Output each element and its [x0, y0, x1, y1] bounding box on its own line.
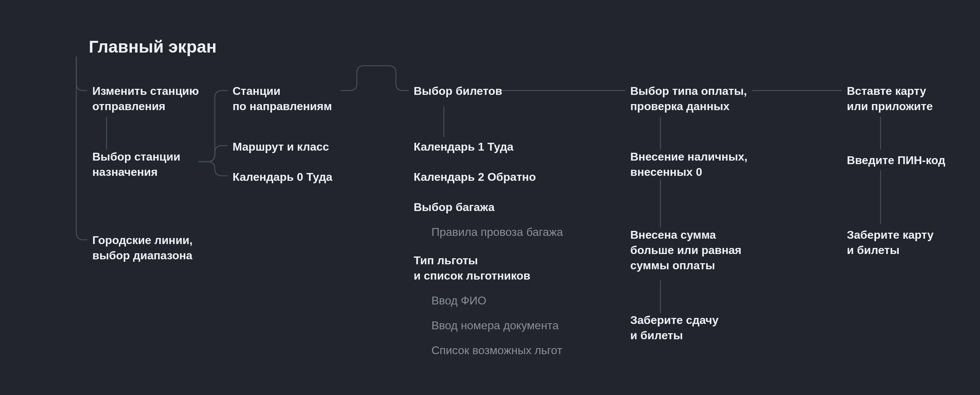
node-baggage-rules: Правила провоза багажа: [431, 225, 563, 240]
node-baggage: Выбор багажа: [414, 200, 495, 215]
node-fio: Ввод ФИО: [431, 293, 487, 308]
node-dest-station: Выбор станции назначения: [92, 149, 180, 180]
node-take-card: Заберите карту и билеты: [847, 227, 934, 258]
node-calendar2: Календарь 2 Обратно: [414, 169, 536, 185]
root-title: Главный экран: [89, 35, 216, 59]
node-change-station: Изменить станцию отправления: [92, 83, 199, 114]
node-payment-type: Выбор типа оплаты, проверка данных: [630, 83, 747, 114]
node-insert-card: Вставте карту или приложите: [847, 83, 933, 114]
node-cash-in: Внесение наличных, внесенных 0: [630, 149, 748, 180]
node-benefits-list: Список возможных льгот: [431, 343, 562, 358]
node-calendar0: Календарь 0 Туда: [232, 169, 332, 185]
node-calendar1: Календарь 1 Туда: [414, 139, 514, 154]
node-enter-pin: Введите ПИН-код: [847, 153, 945, 168]
node-sum-enough: Внесена сумма больше или равная суммы оп…: [630, 227, 741, 274]
node-city-lines: Городские линии, выбор диапазона: [92, 233, 192, 263]
node-doc-number: Ввод номера документа: [431, 318, 558, 333]
node-stations-dir: Станции по направлениям: [232, 83, 332, 114]
node-take-change: Заберите сдачу и билеты: [630, 312, 718, 343]
node-route-class: Маршрут и класс: [232, 139, 329, 154]
diagram-canvas: Главный экран Изменить станцию отправлен…: [0, 0, 980, 395]
connector-lines: [0, 0, 980, 395]
node-tickets: Выбор билетов: [414, 83, 502, 99]
node-benefit-type: Тип льготы и список льготников: [414, 253, 530, 284]
